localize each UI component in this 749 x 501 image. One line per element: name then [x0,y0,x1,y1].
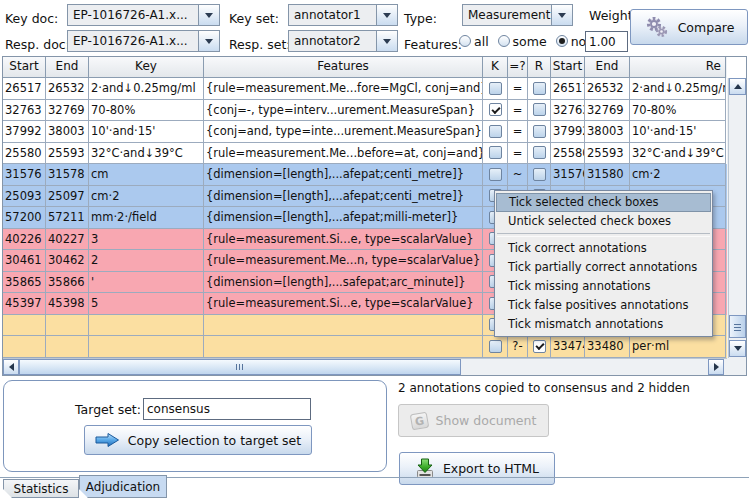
table-row[interactable]: 26517265322·and↓0.25mg/ml{rule=measureme… [3,78,727,100]
cell-resp-start: 37992 [551,121,585,143]
cell-key-features: {rule=measurement.Me...before=at, conj=a… [204,143,483,165]
type-combobox[interactable]: Measurement [462,4,573,26]
cell-resp-end: 26532 [585,78,630,100]
horizontal-scrollbar[interactable] [3,358,727,375]
cell-key-text: 10'·and·15' [89,121,204,143]
target-set-input[interactable] [143,398,311,420]
table-row[interactable]: 3157631578cm{dimension=[length],...afepa… [3,164,727,186]
resp-doc-combobox[interactable]: EP-1016726-A1.x... [67,30,220,52]
response-checkbox[interactable] [533,103,546,116]
weight-input[interactable] [585,31,628,52]
column-header[interactable]: End [46,57,89,78]
cell-key-end [46,336,89,358]
scroll-left-button[interactable] [3,359,19,375]
cell-key-features: {rule=measurement.Me...fore=MgCl, conj=a… [204,78,483,100]
key-checkbox-cell [483,78,508,100]
table-row[interactable]: 327633276970-80%{conj=-, type=interv...u… [3,100,727,122]
radio-some[interactable] [498,35,510,47]
cell-response-text: 10'·and·15' [630,121,726,143]
key-checkbox[interactable] [489,340,502,353]
context-menu-item[interactable]: Untick selected check boxes [496,212,711,231]
cell-resp-start: 26517 [551,78,585,100]
table-row[interactable]: 255802559332°C·and↓39°C{rule=measurement… [3,143,727,165]
vertical-scrollbar[interactable] [728,78,746,358]
cell-key-end: 25593 [46,143,89,165]
radio-label-some: some [513,34,547,49]
column-header[interactable]: =? [508,57,528,78]
response-checkbox[interactable] [533,340,546,353]
column-header[interactable]: End [585,57,630,78]
response-checkbox[interactable] [533,168,546,181]
cell-key-features: {rule=measurement.Me...n, type=scalarVal… [204,250,483,272]
resp-set-combobox[interactable]: annotator2 [288,30,398,52]
column-header[interactable]: Start [551,57,585,78]
key-set-label: Key set: [229,12,279,26]
cell-key-end: 45398 [46,293,89,315]
key-checkbox[interactable] [489,125,502,138]
scroll-down-button[interactable] [729,340,746,357]
chevron-down-icon[interactable] [198,5,219,25]
response-checkbox-cell [528,78,551,100]
scrollbar-corner [728,358,746,375]
cell-key-end [46,315,89,337]
cell-key-text: 3 [89,229,204,251]
response-checkbox[interactable] [533,125,546,138]
context-menu-item[interactable]: Tick false positives annotations [496,296,711,315]
radio-none[interactable] [556,35,568,47]
chevron-down-icon[interactable] [376,31,397,51]
key-set-combobox[interactable]: annotator1 [288,4,398,26]
cell-response-text: 32°C·and↓39°C [630,143,726,165]
response-checkbox[interactable] [533,146,546,159]
radio-label-all: all [474,34,489,49]
response-checkbox[interactable] [533,82,546,95]
key-checkbox[interactable] [489,146,502,159]
table-row[interactable]: 379923800310'·and·15'{conj=and, type=int… [3,121,727,143]
key-checkbox[interactable] [489,103,502,116]
column-header[interactable]: Start [3,57,46,78]
cell-key-end: 30462 [46,250,89,272]
tab-statistics[interactable]: Statistics [3,479,79,498]
cell-key-features: {rule=measurement.Si...e, type=scalarVal… [204,293,483,315]
weight-label: Weight [589,9,633,23]
vertical-scroll-thumb[interactable] [729,315,746,338]
compare-button[interactable]: Compare [630,9,748,45]
key-checkbox[interactable] [489,82,502,95]
key-set-value: annotator1 [289,5,376,25]
context-menu-item[interactable]: Tick correct annotations [496,239,711,258]
context-menu-item[interactable]: Tick selected check boxes [496,193,711,212]
cell-key-features: {dimension=[length],...afepat;centi_metr… [204,164,483,186]
context-menu-item[interactable]: Tick partially correct annotations [496,258,711,277]
column-header[interactable]: Key [89,57,204,78]
cell-key-text: 2·and↓0.25mg/ml [89,78,204,100]
horizontal-scroll-thumb[interactable] [19,359,461,375]
column-header[interactable]: Features [204,57,483,78]
export-html-button[interactable]: Export to HTML [399,452,555,485]
chevron-down-icon[interactable] [551,5,572,25]
scroll-right-button[interactable] [708,359,724,375]
context-menu-item[interactable]: Tick mismatch annotations [496,315,711,334]
cell-resp-start: 33474 [551,336,585,358]
key-checkbox-cell [483,336,508,358]
chevron-down-icon[interactable] [198,31,219,51]
chevron-down-icon[interactable] [376,5,397,25]
response-checkbox-cell [528,164,551,186]
show-document-button[interactable]: G Show document [398,404,549,437]
key-checkbox[interactable] [489,168,502,181]
context-menu-item[interactable]: Tick missing annotations [496,277,711,296]
cell-key-start: 37992 [3,121,46,143]
key-doc-combobox[interactable]: EP-1016726-A1.x... [67,4,220,26]
cell-key-start [3,336,46,358]
tab-adjudication[interactable]: Adjudication [79,475,167,498]
key-checkbox-cell [483,143,508,165]
cell-key-start: 30461 [3,250,46,272]
radio-all[interactable] [459,35,471,47]
scroll-up-button[interactable] [729,78,746,95]
table-row[interactable]: ?-3347433480per·ml [3,336,727,358]
column-header[interactable]: K [483,57,508,78]
cell-key-text: 70-80% [89,100,204,122]
tab-statistics-label: Statistics [14,482,69,496]
column-header[interactable]: Re [630,57,726,78]
copy-selection-button[interactable]: Copy selection to target set [84,425,312,455]
blue-right-arrow-icon [95,432,120,448]
column-header[interactable]: R [528,57,551,78]
